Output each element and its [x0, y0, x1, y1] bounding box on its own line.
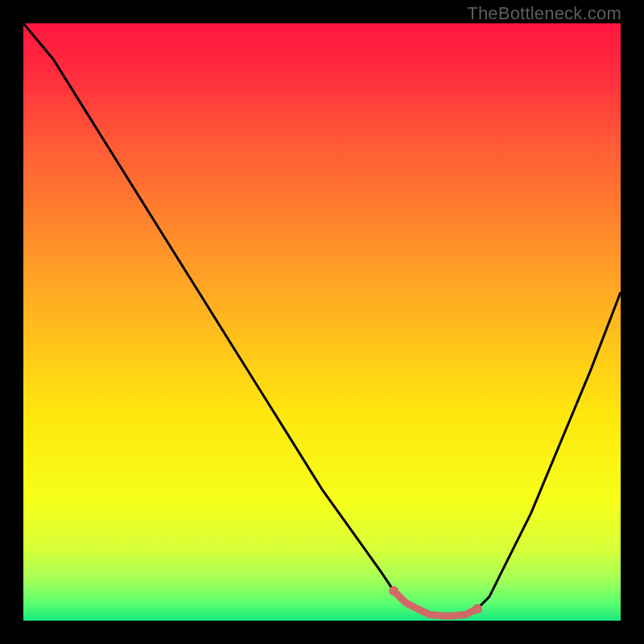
curve-layer: [23, 23, 621, 621]
bottleneck-curve: [23, 23, 621, 616]
optimal-marker-right: [473, 604, 482, 613]
plot-area: [23, 23, 621, 621]
optimal-band: [394, 591, 477, 616]
optimal-marker-left: [389, 586, 398, 596]
chart-frame: TheBottleneck.com: [0, 0, 644, 644]
watermark-text: TheBottleneck.com: [467, 3, 621, 24]
